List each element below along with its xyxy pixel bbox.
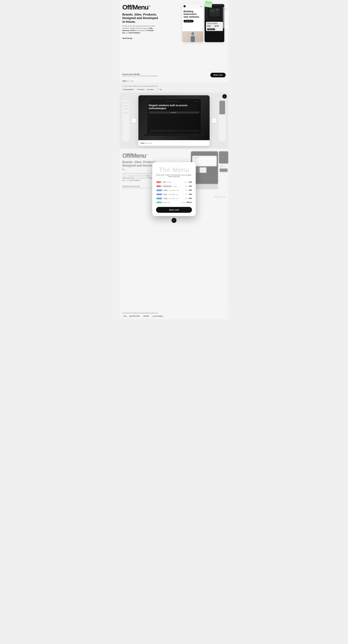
- modal-title: The Menu: [156, 166, 192, 173]
- utility-tag-3-content: Utility Brand, Web: [212, 195, 228, 198]
- desc-product: Design + Dev: [163, 202, 181, 203]
- tag-med: Med: [163, 193, 168, 196]
- utility-tag-1: Utility Brand, Web: [120, 79, 228, 83]
- pricing-row-brand-comp: Brand Comprehensive Design 1 MO $25k: [156, 184, 192, 188]
- price-website-med: $30k: [189, 194, 192, 195]
- desc-brand-core: Design: [167, 182, 184, 183]
- tag-comprehensive: Comprehensive: [162, 185, 172, 187]
- pricing-subtext: Brand. Web. Product. Fixed pricing for e…: [122, 75, 158, 77]
- gc6: [189, 108, 192, 110]
- grid-lines: [186, 104, 198, 117]
- desc-website-med: 3-5p Design + Dev: [168, 194, 185, 195]
- stat-1: 209% Increase in Traffic: [207, 25, 214, 28]
- pricing-text-3: Projects start at $15,000.: [122, 186, 154, 187]
- pricing-info-3: Projects start at $15,000. Brand. Web. P…: [122, 186, 154, 189]
- structure-label: STRUCTURE: [131, 316, 140, 317]
- tag-product: Product: [156, 201, 162, 204]
- book-call-button-1[interactable]: Book a Call: [210, 73, 226, 77]
- trademark: ™: [148, 5, 150, 8]
- client-achieve: ✱ achieve: [147, 89, 154, 90]
- pricing-row-website-med: Website Med 3-5p Design + Dev 2 MO $30k: [156, 192, 192, 196]
- right-partial-img: ▣: [222, 107, 223, 108]
- card-cta-button[interactable]: Work with us: [184, 20, 194, 22]
- price-product: $15k/mo: [186, 202, 192, 203]
- desc-website-large: 6p+ Design + Dev: [169, 198, 185, 199]
- s3-right-content: u ≡ Our Work Branding Packaging Motion R…: [191, 151, 228, 190]
- stat-1-label: Increase in Traffic: [207, 27, 214, 28]
- samsung-label-3: SAMSUNG: [167, 130, 174, 131]
- carousel-tag-type: Utility: [140, 142, 144, 144]
- person-svg: [189, 31, 196, 42]
- carousel-right-partial: ▣: [219, 100, 226, 141]
- startup-superintelligent: Superintelligent: [129, 32, 140, 34]
- panel-item-packaging: Packaging: [193, 160, 216, 162]
- carousel-tag-categories: Brand, Web: [145, 142, 152, 144]
- samsung-label: SAMSUNG: [150, 130, 157, 131]
- modal-close-button[interactable]: ×: [172, 218, 176, 223]
- gc1: [186, 104, 188, 107]
- carousel-prev-button[interactable]: ‹: [131, 118, 136, 123]
- carousel-close-button[interactable]: ×: [222, 94, 227, 98]
- pricing-modal: The Menu Brand. Web. Product. Fixed pric…: [152, 162, 196, 216]
- s3-dark-nav: u ≡: [191, 151, 218, 154]
- achieve-label: achieve: [149, 89, 154, 90]
- dark-card-svg: [208, 6, 221, 19]
- modal-spacer: [120, 215, 228, 310]
- ng-stats: 209% Increase in Traffic $1.5M Raised: [207, 25, 222, 28]
- case-study-button[interactable]: Case study →: [207, 28, 215, 30]
- client-structure: ▣ STRUCTURE: [130, 316, 140, 317]
- utility-preview-dark: TY: [219, 151, 228, 164]
- hero-card-main: u Buildingtomorrow'snew ventures Work wi…: [182, 4, 203, 42]
- site-logo: Off/Menu™: [122, 4, 180, 10]
- carousel-container: Buildtomonew Work with u ‹ u Our Story: [122, 95, 226, 146]
- brand-preview-cards: UTILITY Digital Products, Coffee...: [219, 164, 228, 175]
- pricing-table: Brand Core Design 3 WKS $15k Brand Compr…: [156, 180, 192, 204]
- carousel-main-card: u Our Story Our Work Contact Round Shelf…: [138, 95, 210, 146]
- left-partial-btn: Work with u: [123, 112, 129, 114]
- card-image: [182, 31, 203, 42]
- client-logos-list: • Superintelligent ✦ Orchestra ✱ achieve…: [122, 88, 226, 90]
- tag-large: Large: [163, 197, 168, 200]
- our-work-title: Our Work: [193, 157, 216, 158]
- card-header: u: [182, 4, 203, 8]
- gc2: [189, 104, 192, 107]
- utility-text-preview: TY: [222, 156, 225, 159]
- panel-item-roundshelf: Round Shelf •: [193, 164, 216, 165]
- ditto-label: Ditto: [124, 316, 127, 317]
- superintelligent-3-icon: •: [152, 316, 152, 317]
- ditto-icon: ○: [122, 316, 123, 317]
- dark-card-content: National Geographic Discover the World A…: [204, 20, 224, 42]
- laptop-grid-decoration: [186, 104, 198, 117]
- superintelligent-icon: •: [122, 89, 123, 90]
- masna-label: MASNA: [144, 316, 149, 317]
- card-logo: u: [184, 5, 186, 7]
- carousel-next-button[interactable]: ›: [212, 118, 217, 123]
- laptop-wrapper: u Our Story Our Work Contact Round Shelf…: [144, 99, 204, 137]
- startup-exa: Exa: [122, 32, 125, 34]
- left-partial-content: Buildtomonew Work with u: [122, 100, 129, 114]
- left-partial-text: Buildtomonew: [123, 101, 128, 110]
- tag-website-3: Website: [156, 198, 162, 200]
- book-call-modal-button[interactable]: Book a Call: [156, 207, 192, 213]
- samsung-label-2: SAMSUNG: [159, 130, 165, 131]
- brand-thumb-dark: [220, 168, 228, 172]
- svg-rect-5: [216, 9, 218, 11]
- view-pricing-button-1[interactable]: View Pricing: [122, 36, 134, 40]
- orchestra-label: Orchestra: [138, 89, 144, 90]
- utility-tag-section-3: Utility Brand, Web: [212, 195, 228, 198]
- structure-icon: ▣: [130, 316, 131, 317]
- modal-overlay-section: Off/Menu™ Brands. Sites. Products.Design…: [120, 148, 228, 319]
- ng-badge: National Geographic Discover the World A…: [206, 22, 223, 31]
- desc-brand-comp: Design: [173, 186, 185, 187]
- gc7: [192, 108, 195, 110]
- laptop-nav-item-2: Our Work: [170, 101, 174, 102]
- clients-section-3: Our work spans ambitious pre-seed startu…: [120, 310, 228, 319]
- stat-2: $1.5M Raised: [214, 25, 219, 28]
- orchestra-icon: ✦: [136, 89, 138, 90]
- card-title: Buildingtomorrow'snew ventures: [184, 10, 202, 18]
- brand-preview-subtext: Digital Products, Coffee...: [220, 166, 228, 168]
- laptop-bottom-bar: SAMSUNG SAMSUNG SAMSUNG: [149, 130, 199, 132]
- laptop-mockup: u Our Story Our Work Contact Round Shelf…: [147, 99, 201, 134]
- superintelligent-3-label: Superintelligent: [153, 316, 163, 317]
- sticky-note-decoration: [204, 0, 212, 8]
